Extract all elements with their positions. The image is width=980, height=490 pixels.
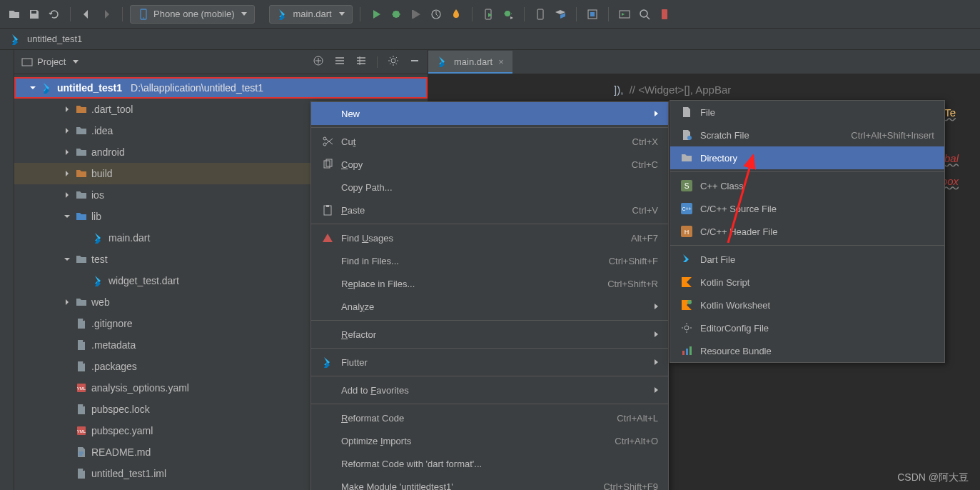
menu-item-label: Find Usages bbox=[341, 233, 624, 244]
tree-arrow[interactable] bbox=[63, 149, 71, 155]
run-icon[interactable] bbox=[368, 6, 385, 23]
menu-item[interactable]: Refactor bbox=[311, 323, 668, 346]
run-anything-icon[interactable] bbox=[616, 6, 633, 23]
menu-item-label: Refactor bbox=[341, 329, 647, 340]
highlight-icon[interactable] bbox=[656, 6, 673, 23]
menu-item[interactable]: CopyCtrl+C bbox=[311, 153, 668, 176]
menu-item-label: Dart File bbox=[700, 254, 934, 265]
tree-item-label: web bbox=[91, 296, 110, 308]
cpp-s-icon: S bbox=[680, 180, 693, 191]
debug-attach-icon[interactable] bbox=[500, 6, 517, 23]
tree-arrow[interactable] bbox=[63, 299, 71, 305]
menu-item[interactable]: Directory bbox=[670, 146, 944, 169]
menu-item[interactable]: SC++ Class bbox=[670, 174, 944, 197]
menu-item-label: New bbox=[341, 109, 647, 119]
editor-tab[interactable]: main.dart × bbox=[428, 51, 512, 74]
menu-item[interactable]: Find in Files...Ctrl+Shift+F bbox=[311, 249, 668, 272]
menu-item-label: Reformat Code bbox=[341, 413, 610, 424]
tree-arrow[interactable] bbox=[63, 256, 71, 262]
menu-item[interactable]: New bbox=[311, 102, 668, 125]
close-icon[interactable]: × bbox=[498, 56, 504, 67]
svg-rect-11 bbox=[22, 59, 32, 66]
menu-item[interactable]: C++C/C++ Source File bbox=[670, 197, 944, 220]
collapse-all-icon[interactable] bbox=[355, 55, 367, 69]
sdk-icon[interactable] bbox=[552, 6, 569, 23]
tree-arrow[interactable] bbox=[63, 128, 71, 134]
open-icon[interactable] bbox=[6, 6, 23, 23]
expand-all-icon[interactable] bbox=[334, 55, 345, 69]
tree-arrow[interactable] bbox=[63, 106, 71, 112]
menu-item[interactable]: Optimize ImportsCtrl+Alt+O bbox=[311, 429, 668, 452]
menu-item[interactable]: Replace in Files...Ctrl+Shift+R bbox=[311, 272, 668, 295]
root-name: untitled_test1 bbox=[57, 82, 122, 94]
new-submenu: FileScratch FileCtrl+Alt+Shift+InsertDir… bbox=[670, 100, 945, 363]
avd-icon[interactable] bbox=[532, 6, 549, 23]
flutter-icon bbox=[321, 356, 334, 368]
menu-item-label: File bbox=[700, 107, 934, 118]
back-icon[interactable] bbox=[78, 6, 95, 23]
svg-point-24 bbox=[687, 136, 692, 140]
menu-item[interactable]: Dart File bbox=[670, 248, 944, 271]
hot-reload-icon[interactable] bbox=[448, 6, 465, 23]
menu-item[interactable]: Kotlin Worksheet bbox=[670, 294, 944, 316]
tree-item-label: main.dart bbox=[108, 232, 150, 244]
md-icon bbox=[76, 446, 87, 458]
editor-tabbar: main.dart × bbox=[428, 50, 980, 74]
project-root[interactable]: untitled_test1 D:\allapplication\untitle… bbox=[14, 77, 428, 99]
cpp-c-icon: C++ bbox=[680, 203, 693, 214]
profile-icon[interactable] bbox=[428, 6, 445, 23]
resource-icon bbox=[680, 345, 693, 356]
tree-item-label: untitled_test1.iml bbox=[91, 468, 166, 479]
device-dropdown[interactable]: Phone one (mobile) bbox=[130, 5, 255, 24]
coverage-icon[interactable] bbox=[408, 6, 425, 23]
menu-item[interactable]: Make Module 'untitledtest1'Ctrl+Shift+F9 bbox=[311, 475, 668, 490]
save-icon[interactable] bbox=[26, 6, 43, 23]
tab-label: main.dart bbox=[454, 56, 492, 67]
menu-item[interactable]: Kotlin Script bbox=[670, 271, 944, 294]
menu-item[interactable]: Resource Bundle bbox=[670, 339, 944, 362]
menu-item[interactable]: EditorConfig File bbox=[670, 316, 944, 339]
chevron-down-icon[interactable] bbox=[73, 60, 79, 64]
breadcrumb-text[interactable]: untitled_test1 bbox=[27, 34, 82, 44]
tree-arrow[interactable] bbox=[63, 214, 71, 219]
menu-item[interactable]: Scratch FileCtrl+Alt+Shift+Insert bbox=[670, 124, 944, 146]
search-icon[interactable] bbox=[636, 6, 653, 23]
svg-text:S: S bbox=[685, 182, 689, 190]
menu-shortcut: Ctrl+Alt+Shift+Insert bbox=[851, 130, 934, 141]
refresh-icon[interactable] bbox=[46, 6, 63, 23]
tree-item-label: .metadata bbox=[91, 339, 136, 351]
debug-icon[interactable] bbox=[388, 6, 405, 23]
svg-rect-23 bbox=[326, 205, 329, 207]
chevron-down-icon bbox=[339, 12, 345, 16]
menu-item[interactable]: Reformat CodeCtrl+Alt+L bbox=[311, 406, 668, 429]
svg-rect-10 bbox=[662, 9, 667, 19]
menu-item[interactable]: Reformat Code with 'dart format'... bbox=[311, 452, 668, 475]
forward-icon[interactable] bbox=[98, 6, 115, 23]
chevron-right-icon bbox=[655, 331, 658, 337]
menu-item[interactable]: Flutter bbox=[311, 351, 668, 374]
file-icon bbox=[680, 106, 693, 118]
folder-grey-icon bbox=[76, 254, 87, 265]
menu-item[interactable]: CutCtrl+X bbox=[311, 130, 668, 153]
chevron-right-icon bbox=[655, 359, 658, 365]
tree-arrow[interactable] bbox=[63, 171, 71, 176]
minimize-icon[interactable] bbox=[409, 55, 420, 69]
menu-item[interactable]: PasteCtrl+V bbox=[311, 199, 668, 221]
menu-item[interactable]: Analyze bbox=[311, 295, 668, 318]
select-opened-icon[interactable] bbox=[313, 55, 324, 69]
sync-icon[interactable] bbox=[584, 6, 601, 23]
tree-item-label: .packages bbox=[91, 361, 137, 372]
menu-item[interactable]: Copy Path... bbox=[311, 176, 668, 199]
svg-rect-6 bbox=[537, 9, 543, 19]
menu-item[interactable]: HC/C++ Header File bbox=[670, 220, 944, 243]
gear-icon[interactable] bbox=[388, 55, 399, 69]
menu-item[interactable]: Add to Favorites bbox=[311, 379, 668, 401]
svg-text:YML: YML bbox=[77, 429, 86, 434]
folder-icon bbox=[680, 152, 693, 164]
menu-item[interactable]: Find UsagesAlt+F7 bbox=[311, 226, 668, 249]
tree-arrow[interactable] bbox=[63, 192, 71, 198]
attach-debugger-icon[interactable] bbox=[480, 6, 497, 23]
menu-item[interactable]: File bbox=[670, 101, 944, 124]
run-config-dropdown[interactable]: main.dart bbox=[269, 5, 352, 24]
panel-title[interactable]: Project bbox=[37, 56, 66, 67]
